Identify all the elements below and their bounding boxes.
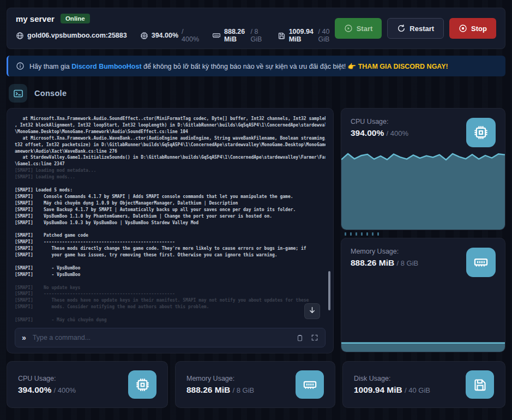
status-badge: Online — [61, 14, 90, 23]
memory-icon — [296, 370, 324, 399]
stop-button[interactable]: Stop — [449, 18, 496, 39]
play-circle-icon — [344, 24, 353, 33]
cpu-usage-chart — [341, 148, 505, 230]
command-input[interactable] — [32, 333, 291, 342]
usage-sidebar: CPU Usage: 394.00% / 400% — [341, 108, 505, 353]
header-cpu-stat: 394.00% / 400% — [140, 28, 199, 43]
cpu-usage-card: CPU Usage: 394.00% / 400% — [341, 108, 505, 230]
memory-usage-value: 888.26 MiB — [351, 258, 394, 267]
info-icon — [16, 62, 25, 70]
memory-usage-mini-card: Memory Usage: 888.26 MiB / 8 GiB — [175, 361, 335, 408]
banner-text: Hãy tham gia Discord BumbooHost để không… — [29, 62, 448, 70]
console-output[interactable]: at Microsoft.Xna.Framework.Audio.SoundEf… — [15, 116, 326, 323]
restart-icon — [397, 24, 406, 33]
restart-button[interactable]: Restart — [387, 18, 444, 39]
memory-usage-limit: / 8 GiB — [232, 386, 254, 394]
pointing-hand-emoji: 👉 — [348, 63, 357, 70]
discord-banner: Hãy tham gia Discord BumbooHost để không… — [7, 56, 505, 76]
cpu-icon — [128, 370, 156, 399]
memory-usage-limit: / 8 GiB — [396, 259, 418, 267]
disk-usage-limit: / 40 GiB — [405, 386, 430, 394]
console-scrollbar[interactable] — [328, 271, 330, 310]
server-address: gold06.vpsbumboo.com:25883 — [16, 32, 127, 40]
console-card: at Microsoft.Xna.Framework.Audio.SoundEf… — [7, 108, 334, 353]
stop-circle-icon — [459, 24, 467, 33]
disk-usage-label: Disk Usage: — [354, 375, 430, 382]
memory-usage-chart — [341, 270, 505, 352]
header-memory-stat: 888.26 MiB / 8 GiB — [212, 28, 264, 43]
cpu-icon — [466, 118, 496, 147]
console-section-header: Console — [7, 84, 505, 103]
disk-icon — [466, 370, 494, 399]
section-title: Console — [34, 89, 67, 98]
cpu-usage-label: CPU Usage: — [351, 118, 408, 125]
server-info: my server Online gold06.vpsbumboo.com:25… — [16, 14, 335, 43]
prompt-icon: » — [22, 334, 26, 341]
memory-usage-label: Memory Usage: — [351, 248, 418, 255]
memory-icon — [212, 31, 221, 40]
cpu-usage-value: 394.00% — [351, 128, 384, 137]
cpu-chart-axis-ticks — [341, 230, 505, 238]
copy-icon[interactable] — [296, 334, 304, 342]
discord-cta-link[interactable]: THAM GIA DISCORD NGAY! — [358, 63, 448, 70]
server-header: my server Online gold06.vpsbumboo.com:25… — [7, 8, 505, 49]
scroll-to-bottom-button[interactable] — [304, 303, 320, 319]
start-button[interactable]: Start — [335, 18, 382, 39]
cpu-usage-label: CPU Usage: — [18, 375, 76, 382]
usage-summary-row: CPU Usage: 394.00% / 400% Memory Usage: … — [7, 361, 505, 408]
header-disk-stat: 1009.94 MiB / 40 GiB — [278, 28, 335, 43]
command-bar: » — [15, 328, 326, 347]
disk-usage-mini-card: Disk Usage: 1009.94 MiB / 40 GiB — [342, 361, 505, 408]
terminal-icon — [9, 84, 27, 103]
discord-link[interactable]: Discord BumbooHost — [71, 63, 141, 70]
disk-usage-value: 1009.94 MiB — [354, 385, 402, 394]
cpu-usage-limit: / 400% — [387, 129, 408, 137]
memory-usage-label: Memory Usage: — [186, 375, 254, 382]
disk-icon — [278, 32, 286, 40]
cpu-usage-limit: / 400% — [54, 386, 76, 394]
arrow-down-icon — [308, 306, 316, 316]
power-actions: Start Restart Stop — [335, 18, 496, 39]
globe-icon — [16, 32, 24, 40]
expand-icon[interactable] — [311, 334, 318, 342]
cpu-usage-value: 394.00% — [18, 385, 51, 394]
server-name: my server — [16, 14, 55, 23]
cpu-icon — [140, 32, 148, 40]
memory-usage-value: 888.26 MiB — [186, 385, 230, 394]
cpu-usage-mini-card: CPU Usage: 394.00% / 400% — [7, 361, 168, 408]
memory-usage-card: Memory Usage: 888.26 MiB / 8 GiB — [341, 238, 505, 352]
